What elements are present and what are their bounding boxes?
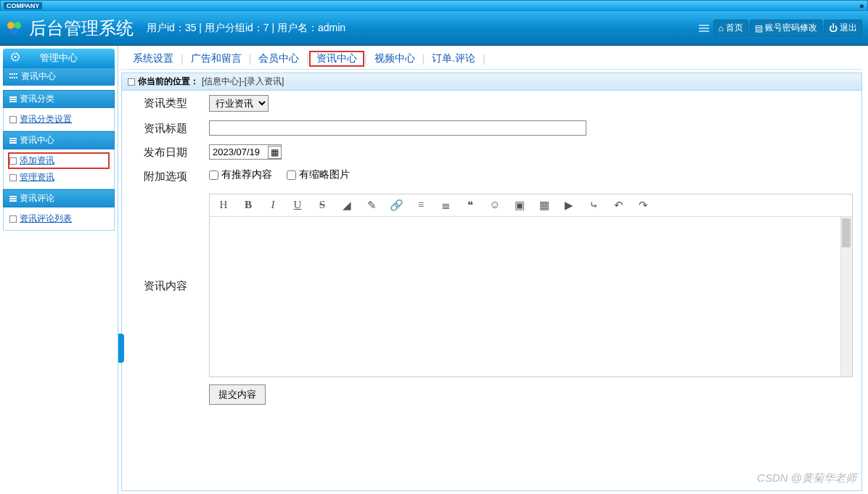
- sidebar-group-reviews[interactable]: 资讯评论: [3, 189, 115, 207]
- sidebar-group-news[interactable]: 资讯中心: [3, 131, 115, 149]
- list-icon[interactable]: ≡: [414, 199, 427, 212]
- nav-order[interactable]: 订单.评论: [425, 51, 483, 67]
- code-icon[interactable]: ⤷: [587, 199, 600, 212]
- scrollbar-thumb[interactable]: [842, 218, 851, 247]
- sidebar-item-manage-news[interactable]: 管理资讯: [8, 169, 110, 186]
- eraser-icon[interactable]: ◢: [340, 199, 353, 212]
- align-icon[interactable]: ≣: [439, 199, 452, 212]
- home-button[interactable]: ⌂首页: [713, 20, 748, 36]
- rich-text-editor: H B I U S ◢ ✎ 🔗 ≡ ≣ ❝ ☺ ▣: [209, 194, 853, 377]
- gear-icon: [10, 52, 20, 65]
- menu-icon[interactable]: [699, 25, 709, 32]
- sidebar: 管理中心 资讯中心 资讯分类 资讯分类设置 资讯中心 添加资讯: [0, 46, 118, 494]
- app-header: 后台管理系统 用户id：35 | 用户分组id：7 | 用户名：admin ⌂首…: [0, 11, 868, 46]
- sidebar-item-category-settings[interactable]: 资讯分类设置: [8, 111, 110, 128]
- sidebar-item-review-list[interactable]: 资讯评论列表: [8, 210, 110, 227]
- sidebar-collapse-handle[interactable]: [118, 334, 124, 363]
- table-icon[interactable]: ▦: [538, 199, 551, 212]
- label-extra-options: 附加选项: [122, 168, 209, 184]
- logout-button[interactable]: ⏻退出: [824, 20, 862, 36]
- lock-icon: ▤: [755, 23, 763, 33]
- label-news-type: 资讯类型: [122, 95, 209, 110]
- heading-icon[interactable]: H: [217, 199, 230, 212]
- sidebar-top-tab[interactable]: 管理中心: [3, 49, 115, 67]
- checkbox-thumbnail[interactable]: 有缩略图片: [287, 168, 350, 181]
- power-icon: ⏻: [829, 23, 838, 33]
- calendar-icon[interactable]: ▦: [268, 146, 282, 159]
- item-icon: [9, 157, 17, 165]
- input-news-title[interactable]: [209, 120, 586, 136]
- app-title: 后台管理系统: [29, 17, 134, 40]
- editor-toolbar: H B I U S ◢ ✎ 🔗 ≡ ≣ ❝ ☺ ▣: [210, 194, 852, 217]
- checkbox-recommend[interactable]: 有推荐内容: [209, 168, 272, 181]
- item-icon: [9, 174, 17, 181]
- quote-icon[interactable]: ❝: [464, 199, 477, 212]
- emoji-icon[interactable]: ☺: [488, 199, 501, 212]
- logo-icon: [4, 18, 25, 38]
- nav-system[interactable]: 系统设置: [126, 51, 181, 67]
- grid-icon: [9, 73, 18, 81]
- list-icon: [9, 138, 17, 144]
- decor-dot: ●: [859, 1, 864, 11]
- nav-member[interactable]: 会员中心: [251, 51, 306, 67]
- top-nav: 系统设置| 广告和留言| 会员中心| 资讯中心| 视频中心| 订单.评论|: [121, 49, 862, 70]
- undo-icon[interactable]: ↶: [612, 199, 625, 212]
- list-icon: [9, 96, 17, 102]
- sidebar-section-newscenter: 资讯中心: [3, 67, 115, 86]
- nav-ads[interactable]: 广告和留言: [184, 51, 249, 67]
- italic-icon[interactable]: I: [266, 199, 279, 212]
- image-icon[interactable]: ▣: [513, 199, 526, 212]
- home-icon: ⌂: [718, 23, 724, 33]
- company-badge: COMPANY: [4, 2, 42, 9]
- video-icon[interactable]: ▶: [562, 199, 576, 212]
- redo-icon[interactable]: ↷: [636, 199, 650, 212]
- item-icon: [9, 116, 17, 123]
- nav-video[interactable]: 视频中心: [367, 51, 422, 67]
- svg-point-4: [15, 56, 17, 58]
- sidebar-group-category[interactable]: 资讯分类: [3, 90, 115, 108]
- label-news-content: 资讯内容: [122, 192, 209, 293]
- item-icon: [9, 215, 17, 223]
- label-news-title: 资讯标题: [122, 120, 209, 136]
- submit-button[interactable]: 提交内容: [209, 384, 266, 405]
- form-area: 资讯类型 行业资讯 资讯标题 发布日期 ▦: [121, 91, 862, 491]
- sidebar-item-add-news[interactable]: 添加资讯: [8, 152, 110, 169]
- svg-point-2: [11, 28, 18, 35]
- breadcrumb-icon: [128, 78, 135, 86]
- underline-icon[interactable]: U: [291, 199, 304, 212]
- breadcrumb: 你当前的位置： [信息中心]-[录入资讯]: [121, 73, 862, 91]
- link-icon[interactable]: 🔗: [390, 199, 403, 212]
- list-icon: [9, 196, 17, 202]
- strike-icon[interactable]: S: [316, 199, 329, 212]
- watermark: CSDN @黄菊华老师: [757, 472, 856, 485]
- brush-icon[interactable]: ✎: [365, 199, 378, 212]
- bold-icon[interactable]: B: [242, 199, 255, 212]
- editor-body[interactable]: [210, 217, 852, 376]
- nav-news[interactable]: 资讯中心: [309, 51, 364, 67]
- content-area: 系统设置| 广告和留言| 会员中心| 资讯中心| 视频中心| 订单.评论| 你当…: [118, 46, 868, 494]
- user-info: 用户id：35 | 用户分组id：7 | 用户名：admin: [147, 22, 345, 35]
- label-publish-date: 发布日期: [122, 144, 209, 160]
- select-news-type[interactable]: 行业资讯: [209, 95, 269, 112]
- window-titlebar: COMPANY ●: [0, 0, 868, 11]
- password-button[interactable]: ▤账号密码修改: [750, 20, 822, 36]
